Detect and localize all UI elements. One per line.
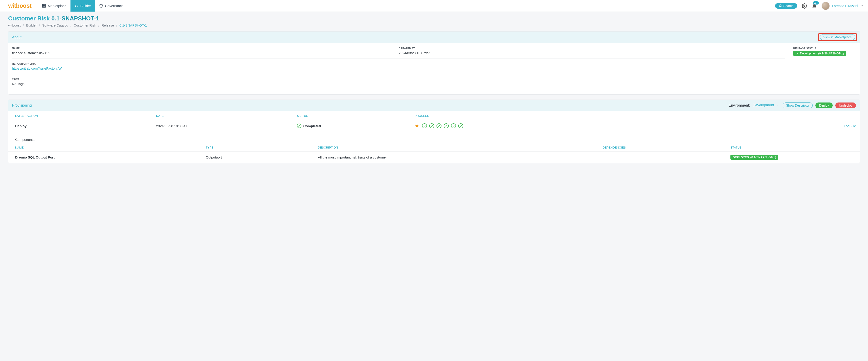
about-card: About View in Marketplace NAME finance.c…: [8, 31, 860, 95]
provisioning-title: Provisioning: [12, 103, 32, 108]
process-chain: [415, 123, 761, 128]
latest-action-value: Deploy: [15, 124, 154, 128]
chevron-down-icon: [860, 4, 864, 7]
col-name: NAME: [15, 146, 204, 149]
show-descriptor-button[interactable]: Show Descriptor: [783, 102, 813, 109]
component-type: Outputport: [206, 155, 316, 159]
svg-line-5: [781, 6, 782, 7]
svg-point-7: [416, 125, 418, 127]
components-title: Components: [8, 134, 860, 144]
title-version: 0.1-SNAPSHOT-1: [52, 15, 99, 22]
svg-rect-1: [44, 4, 45, 5]
process-start-icon: [415, 123, 420, 128]
nav-marketplace[interactable]: Marketplace: [38, 0, 70, 11]
notification-badge: 99+: [813, 1, 819, 4]
col-latest-action: LATEST ACTION: [15, 114, 154, 117]
shield-icon: [99, 4, 103, 8]
component-description: All the most important risk traits of a …: [318, 155, 600, 159]
created-label: CREATED AT: [399, 47, 785, 50]
breadcrumb-item[interactable]: Builder: [26, 23, 37, 27]
col-status: STATUS: [297, 114, 412, 117]
title-prefix: Customer Risk: [8, 15, 52, 22]
status-text: Completed: [303, 124, 321, 128]
environment-value: Development: [753, 103, 774, 107]
settings-button[interactable]: [802, 3, 807, 9]
deploy-button[interactable]: Deploy: [815, 102, 833, 109]
col-status: STATUS: [731, 146, 856, 149]
search-button[interactable]: Search: [775, 3, 797, 9]
notifications-button[interactable]: 99+: [812, 3, 817, 9]
components-header: NAME TYPE DESCRIPTION DEPENDENCIES STATU…: [8, 144, 860, 151]
breadcrumb-item[interactable]: witboost: [8, 23, 21, 27]
col-description: DESCRIPTION: [318, 146, 600, 149]
user-menu[interactable]: Lorenzo Pirazzini: [822, 2, 864, 10]
caret-down-icon: [776, 104, 779, 107]
release-status-badge: Development (0.1-SNAPSHOT-1): [793, 51, 846, 56]
nav-label: Marketplace: [48, 4, 66, 8]
svg-point-6: [804, 5, 805, 7]
check-circle-icon: [297, 124, 302, 128]
tags-label: TAGS: [12, 78, 785, 81]
brand-text: witboost: [8, 2, 31, 9]
prov-table-row: Deploy 2024/03/28 10:09:47 Completed: [8, 121, 860, 134]
page-content: Customer Risk 0.1-SNAPSHOT-1 witboost/ B…: [0, 12, 868, 177]
process-step-icon: [436, 123, 441, 128]
gear-icon: [802, 3, 807, 9]
log-file-link[interactable]: Log File: [764, 124, 856, 128]
repo-label: REPOSITORY LINK: [12, 62, 785, 65]
components-row: Dremio SQL Output Port Outputport All th…: [8, 151, 860, 163]
breadcrumb-item[interactable]: Software Catalog: [42, 23, 68, 27]
check-icon: [796, 52, 799, 55]
svg-point-4: [779, 5, 781, 7]
search-label: Search: [783, 4, 794, 8]
highlight-annotation: View in Marketplace: [819, 34, 856, 40]
col-type: TYPE: [206, 146, 316, 149]
component-name: Dremio SQL Output Port: [15, 155, 204, 159]
process-step-icon: [422, 123, 427, 128]
grid-icon: [42, 4, 46, 8]
prov-table-header: LATEST ACTION DATE STATUS PROCESS: [8, 111, 860, 121]
avatar: [822, 2, 830, 10]
release-status-label: RELEASE STATUS: [793, 47, 856, 50]
process-step-icon: [451, 123, 456, 128]
page-title: Customer Risk 0.1-SNAPSHOT-1: [8, 15, 860, 22]
environment-select: Environment: Development: [728, 103, 780, 109]
breadcrumb-current: 0.1-SNAPSHOT-1: [119, 23, 147, 27]
code-icon: [74, 4, 79, 8]
topbar: witboost Marketplace Builder Governance: [0, 0, 868, 12]
name-label: NAME: [12, 47, 399, 50]
user-name: Lorenzo Pirazzini: [832, 4, 858, 8]
process-step-icon: [458, 123, 463, 128]
view-in-marketplace-button[interactable]: View in Marketplace: [820, 34, 855, 40]
status-value: Completed: [297, 124, 412, 128]
status-suffix: (0.1-SNAPSHOT-1): [750, 155, 776, 159]
svg-rect-0: [42, 4, 43, 5]
environment-dropdown[interactable]: Development: [752, 103, 780, 109]
col-process: PROCESS: [415, 114, 761, 117]
brand-logo[interactable]: witboost: [8, 2, 31, 9]
about-title: About: [12, 35, 22, 39]
nav-label: Governance: [105, 4, 124, 8]
about-header: About View in Marketplace: [8, 32, 860, 43]
svg-rect-2: [42, 6, 43, 7]
status-label: DEPLOYED: [733, 155, 749, 159]
date-value: 2024/03/28 10:09:47: [156, 124, 295, 128]
nav-governance[interactable]: Governance: [95, 0, 128, 11]
provisioning-header: Provisioning Environment: Development Sh…: [8, 100, 860, 111]
created-value: 2024/03/28 10:07:27: [399, 51, 785, 55]
release-status-text: Development (0.1-SNAPSHOT-1): [800, 52, 844, 55]
process-step-icon: [429, 123, 434, 128]
breadcrumb-item[interactable]: Customer Risk: [74, 23, 96, 27]
repo-link[interactable]: https://gitlab.com/AgileFactory/W...: [12, 66, 785, 70]
breadcrumb: witboost/ Builder/ Software Catalog/ Cus…: [8, 23, 860, 27]
environment-label: Environment:: [728, 103, 750, 108]
breadcrumb-item[interactable]: Release: [101, 23, 114, 27]
col-date: DATE: [156, 114, 295, 117]
nav-builder[interactable]: Builder: [70, 0, 95, 11]
col-dependencies: DEPENDENCIES: [602, 146, 728, 149]
svg-rect-3: [44, 6, 45, 7]
primary-nav: Marketplace Builder Governance: [38, 0, 128, 11]
provisioning-card: Provisioning Environment: Development Sh…: [8, 99, 860, 163]
undeploy-button[interactable]: Undeploy: [835, 102, 856, 109]
nav-label: Builder: [81, 4, 91, 8]
